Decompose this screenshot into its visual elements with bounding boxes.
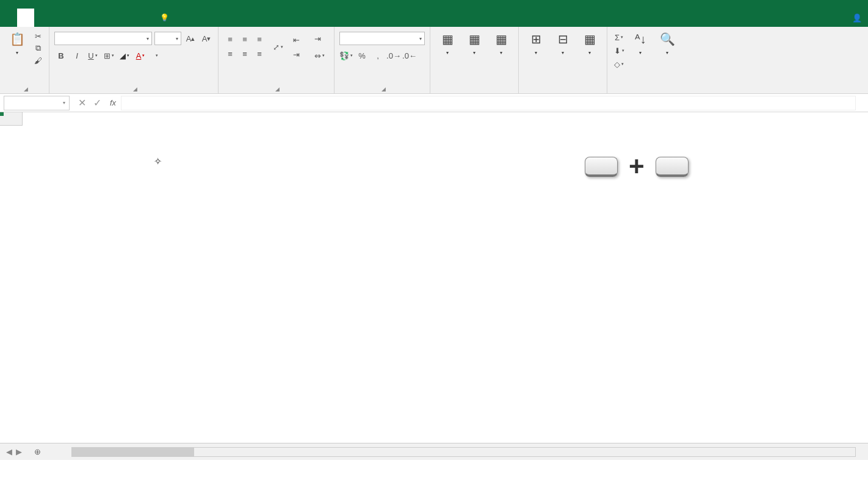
sheet-prev-icon[interactable]: ◀ xyxy=(6,447,12,456)
select-all-corner[interactable] xyxy=(0,112,23,126)
delete-icon: ⊟ xyxy=(554,30,571,48)
font-family-select[interactable]: ▾ xyxy=(54,32,152,45)
merge-center-button[interactable]: ⇔ ▾ xyxy=(310,49,329,62)
tab-insert[interactable] xyxy=(34,9,51,27)
format-painter-button[interactable]: 🖌 xyxy=(32,55,44,66)
increase-indent-button[interactable]: ⇥ xyxy=(289,48,303,61)
table-format-button[interactable]: ▦▾ xyxy=(462,29,486,57)
tab-formulas[interactable] xyxy=(68,9,85,27)
tab-file[interactable] xyxy=(0,9,17,27)
align-middle-button[interactable]: ≡ xyxy=(238,32,251,46)
plus-icon: + xyxy=(629,151,645,182)
number-format-select[interactable]: ▾ xyxy=(339,32,425,45)
name-box[interactable]: ▾ xyxy=(4,96,70,110)
cut-button[interactable]: ✂ xyxy=(32,30,44,41)
font-color-button[interactable]: A▾ xyxy=(134,49,147,62)
tell-me-search[interactable]: 💡 xyxy=(160,13,172,22)
align-top-button[interactable]: ≡ xyxy=(223,32,237,46)
group-cells: ⊞▾ ⊟▾ ▦▾ xyxy=(519,27,607,94)
cond-format-icon: ▦ xyxy=(439,30,456,48)
tab-review[interactable] xyxy=(103,9,120,27)
conditional-format-button[interactable]: ▦▾ xyxy=(435,29,460,57)
border-button[interactable]: ⊞▾ xyxy=(102,49,115,62)
group-font: ▾ ▾ A▴ A▾ B I U▾ ⊞▾ ◢▾ A▾ ▾ ◢ xyxy=(49,27,219,94)
cell-styles-button[interactable]: ▦▾ xyxy=(489,29,513,57)
tab-data[interactable] xyxy=(85,9,103,27)
align-center-button[interactable]: ≡ xyxy=(238,47,251,60)
e-key-icon xyxy=(656,157,689,177)
formula-bar[interactable] xyxy=(121,96,856,110)
scrollbar-thumb[interactable] xyxy=(72,448,194,456)
bold-button[interactable]: B xyxy=(54,49,68,62)
copy-button[interactable]: ⧉ xyxy=(32,43,44,54)
phonetic-button[interactable]: ▾ xyxy=(150,49,163,62)
align-bottom-button[interactable]: ≡ xyxy=(253,32,266,46)
paste-button[interactable]: 📋 ▾ xyxy=(5,29,29,57)
font-launcher[interactable]: ◢ xyxy=(133,86,137,92)
sheet-next-icon[interactable]: ▶ xyxy=(16,447,22,456)
tab-pagelayout[interactable] xyxy=(51,9,68,27)
decrease-font-button[interactable]: A▾ xyxy=(200,32,213,45)
insert-cells-button[interactable]: ⊞▾ xyxy=(524,29,548,57)
tab-view[interactable] xyxy=(120,9,137,27)
accounting-button[interactable]: 💱▾ xyxy=(339,49,353,62)
fill-button[interactable]: ⬇▾ xyxy=(612,44,626,57)
increase-decimal-button[interactable]: .0→ xyxy=(387,49,400,62)
align-launcher[interactable]: ◢ xyxy=(275,86,280,92)
format-icon: ▦ xyxy=(581,30,598,48)
find-select-button[interactable]: 🔍▾ xyxy=(655,29,679,57)
clear-button[interactable]: ◇▾ xyxy=(612,57,626,71)
ctrl-key-icon xyxy=(585,157,618,177)
add-sheet-button[interactable]: ⊕ xyxy=(28,445,47,459)
clipboard-launcher[interactable]: ◢ xyxy=(24,86,28,92)
cancel-formula-button[interactable]: ✕ xyxy=(78,97,86,109)
sort-icon: ᴬ↓ xyxy=(632,30,649,48)
comma-button[interactable]: , xyxy=(371,49,385,62)
autosum-button[interactable]: Σ▾ xyxy=(612,30,626,44)
group-alignment: ≡ ≡ ≡ ≡ ≡ ≡ ⤢▾ ⇤ ⇥ xyxy=(219,27,335,94)
group-styles: ▦▾ ▦▾ ▦▾ xyxy=(430,27,519,94)
font-size-select[interactable]: ▾ xyxy=(154,32,181,45)
keyboard-shortcut-overlay: + xyxy=(585,151,689,182)
group-editing: Σ▾ ⬇▾ ◇▾ ᴬ↓▾ 🔍▾ xyxy=(607,27,684,94)
format-cells-button[interactable]: ▦▾ xyxy=(577,29,602,57)
sheet-tabs-bar: ◀▶ ⊕ xyxy=(0,443,868,460)
tab-addins[interactable] xyxy=(137,9,154,27)
enter-formula-button[interactable]: ✓ xyxy=(93,97,101,109)
decrease-indent-button[interactable]: ⇤ xyxy=(289,33,303,46)
tab-home[interactable] xyxy=(17,9,34,27)
align-left-button[interactable]: ≡ xyxy=(223,47,237,60)
cell-styles-icon: ▦ xyxy=(493,30,510,48)
title-bar xyxy=(0,0,868,9)
increase-font-button[interactable]: A▴ xyxy=(184,32,197,45)
lightbulb-icon: 💡 xyxy=(160,13,169,22)
ribbon-tabs: 💡 👤 xyxy=(0,9,868,27)
sort-filter-button[interactable]: ᴬ↓▾ xyxy=(628,29,653,57)
italic-button[interactable]: I xyxy=(70,49,84,62)
number-launcher[interactable]: ◢ xyxy=(382,86,386,92)
fx-icon[interactable]: fx xyxy=(110,98,116,107)
orientation-button[interactable]: ⤢▾ xyxy=(271,40,284,54)
group-clipboard: 📋 ▾ ✂ ⧉ 🖌 ◢ xyxy=(0,27,49,94)
paste-icon: 📋 xyxy=(9,30,26,48)
insert-icon: ⊞ xyxy=(527,30,544,48)
ribbon: 📋 ▾ ✂ ⧉ 🖌 ◢ ▾ ▾ A▴ A▾ B I xyxy=(0,27,868,94)
fill-color-button[interactable]: ◢▾ xyxy=(118,49,131,62)
table-format-icon: ▦ xyxy=(466,30,483,48)
share-button[interactable]: 👤 xyxy=(852,13,862,23)
horizontal-scrollbar[interactable] xyxy=(71,447,856,457)
group-number: ▾ 💱▾ % , .0→ .0← ◢ xyxy=(335,27,430,94)
wrap-text-button[interactable]: ⇥ xyxy=(310,32,325,45)
percent-button[interactable]: % xyxy=(355,49,369,62)
find-icon: 🔍 xyxy=(659,30,676,48)
decrease-decimal-button[interactable]: .0← xyxy=(403,49,416,62)
delete-cells-button[interactable]: ⊟▾ xyxy=(551,29,575,57)
sheet-nav[interactable]: ◀▶ xyxy=(0,447,28,456)
formula-bar-row: ▾ ✕ ✓ fx xyxy=(0,94,868,112)
align-right-button[interactable]: ≡ xyxy=(253,47,266,60)
cursor-icon: ✧ xyxy=(154,156,162,167)
sheet-area: ✧ + ◀▶ ⊕ xyxy=(0,112,868,460)
underline-button[interactable]: U▾ xyxy=(86,49,99,62)
